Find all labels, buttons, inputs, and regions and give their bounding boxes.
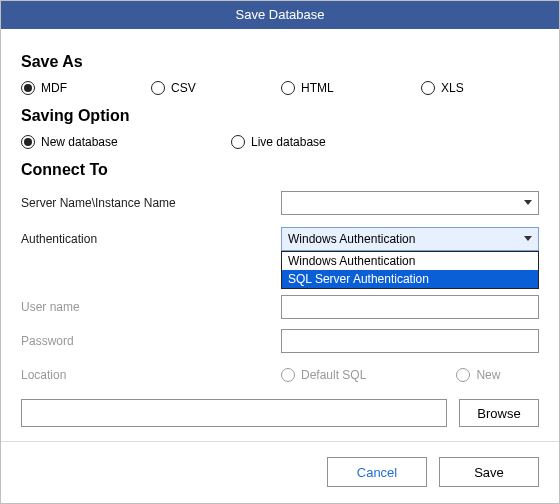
authentication-selected: Windows Authentication — [288, 232, 415, 246]
password-input[interactable] — [281, 329, 539, 353]
radio-label: New database — [41, 135, 118, 149]
radio-icon — [231, 135, 245, 149]
saving-option-options: New database Live database — [21, 135, 539, 149]
auth-option-sqlserver[interactable]: SQL Server Authentication — [282, 270, 538, 288]
divider — [1, 441, 559, 442]
label-location: Location — [21, 368, 281, 382]
radio-icon — [421, 81, 435, 95]
radio-icon — [281, 368, 295, 382]
radio-label: Default SQL — [301, 368, 366, 382]
radio-live-database[interactable]: Live database — [231, 135, 326, 149]
radio-label: XLS — [441, 81, 464, 95]
radio-html[interactable]: HTML — [281, 81, 421, 95]
save-button[interactable]: Save — [439, 457, 539, 487]
radio-new-location[interactable]: New — [456, 368, 500, 382]
chevron-down-icon — [524, 200, 532, 205]
dialog-title: Save Database — [1, 1, 559, 29]
browse-button[interactable]: Browse — [459, 399, 539, 427]
location-path-input[interactable] — [21, 399, 447, 427]
radio-label: CSV — [171, 81, 196, 95]
label-user-name: User name — [21, 300, 281, 314]
radio-xls[interactable]: XLS — [421, 81, 464, 95]
authentication-combo[interactable]: Windows Authentication — [281, 227, 539, 251]
radio-mdf[interactable]: MDF — [21, 81, 151, 95]
chevron-down-icon — [524, 236, 532, 241]
radio-label: New — [476, 368, 500, 382]
section-saving-option: Saving Option — [21, 107, 539, 125]
radio-label: Live database — [251, 135, 326, 149]
radio-icon — [281, 81, 295, 95]
row-location: Location Default SQL New — [21, 361, 539, 389]
dialog-content: Save As MDF CSV HTML XLS Saving Option — [1, 29, 559, 442]
radio-icon — [21, 135, 35, 149]
radio-label: HTML — [301, 81, 334, 95]
authentication-dropdown: Windows Authentication SQL Server Authen… — [281, 251, 539, 289]
cancel-button[interactable]: Cancel — [327, 457, 427, 487]
radio-csv[interactable]: CSV — [151, 81, 281, 95]
section-save-as: Save As — [21, 53, 539, 71]
save-as-options: MDF CSV HTML XLS — [21, 81, 539, 95]
auth-option-windows[interactable]: Windows Authentication — [282, 252, 538, 270]
row-authentication: Authentication Windows Authentication Wi… — [21, 225, 539, 253]
save-database-dialog: Save Database Save As MDF CSV HTML XLS S… — [0, 0, 560, 504]
radio-default-sql[interactable]: Default SQL — [281, 368, 366, 382]
label-password: Password — [21, 334, 281, 348]
row-location-path: Browse — [21, 399, 539, 427]
radio-icon — [151, 81, 165, 95]
label-authentication: Authentication — [21, 232, 281, 246]
radio-new-database[interactable]: New database — [21, 135, 231, 149]
row-password: Password — [21, 327, 539, 355]
row-server-name: Server Name\Instance Name — [21, 189, 539, 217]
radio-label: MDF — [41, 81, 67, 95]
row-user-name: User name — [21, 293, 539, 321]
label-server-name: Server Name\Instance Name — [21, 196, 281, 210]
radio-icon — [456, 368, 470, 382]
section-connect-to: Connect To — [21, 161, 539, 179]
dialog-footer: Cancel Save — [327, 457, 539, 487]
radio-icon — [21, 81, 35, 95]
user-name-input[interactable] — [281, 295, 539, 319]
server-name-combo[interactable] — [281, 191, 539, 215]
